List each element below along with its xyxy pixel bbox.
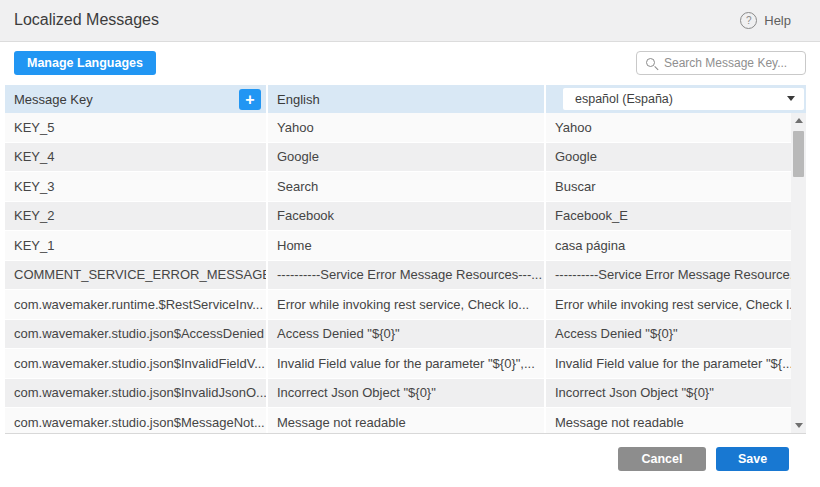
cell-translation[interactable]: Access Denied "${0}": [546, 320, 791, 349]
cell-translation[interactable]: Error while invoking rest service, Check…: [546, 290, 791, 319]
messages-table: Message Key + English español (España) K…: [5, 85, 806, 434]
cell-key[interactable]: COMMENT_SERVICE_ERROR_MESSAGES: [5, 261, 268, 290]
table-header: Message Key + English español (España): [5, 85, 806, 113]
cell-english[interactable]: Yahoo: [268, 113, 546, 142]
top-bar: Localized Messages ? Help: [0, 0, 820, 42]
page-title: Localized Messages: [14, 11, 159, 29]
add-language-button[interactable]: +: [239, 89, 261, 110]
cell-translation[interactable]: Incorrect Json Object "${0}": [546, 379, 791, 408]
cell-key[interactable]: com.wavemaker.studio.json$AccessDenied: [5, 320, 268, 349]
cell-translation[interactable]: ----------Service Error Message Resource…: [546, 261, 791, 290]
cell-key[interactable]: KEY_3: [5, 172, 268, 201]
cell-key[interactable]: KEY_2: [5, 202, 268, 231]
table-row: com.wavemaker.studio.json$AccessDenied A…: [5, 320, 791, 350]
cell-key[interactable]: KEY_5: [5, 113, 268, 142]
table-row: com.wavemaker.studio.json$InvalidJsonO..…: [5, 379, 791, 409]
message-key-header-label: Message Key: [14, 92, 93, 107]
cell-translation[interactable]: Invalid Field value for the parameter "$…: [546, 349, 791, 378]
cell-key[interactable]: com.wavemaker.studio.json$MessageNot...: [5, 408, 268, 433]
table-row: com.wavemaker.studio.json$MessageNot... …: [5, 408, 791, 433]
search-input[interactable]: [664, 56, 797, 70]
search-icon: [645, 57, 658, 70]
plus-icon: +: [245, 91, 254, 108]
cell-english[interactable]: Invalid Field value for the parameter "$…: [268, 349, 546, 378]
search-box: [636, 51, 806, 75]
language-select-value: español (España): [575, 92, 673, 106]
cell-translation[interactable]: Buscar: [546, 172, 791, 201]
table-row: KEY_4 Google Google: [5, 143, 791, 173]
cell-english[interactable]: Access Denied "${0}": [268, 320, 546, 349]
vertical-scrollbar[interactable]: [791, 113, 806, 433]
cell-english[interactable]: Message not readable: [268, 408, 546, 433]
column-header-language: español (España): [546, 85, 806, 113]
scrollbar-thumb[interactable]: [793, 131, 804, 177]
table-row: KEY_1 Home casa página: [5, 231, 791, 261]
help-icon: ?: [740, 12, 757, 29]
cell-english[interactable]: Home: [268, 231, 546, 260]
help-label: Help: [764, 13, 791, 28]
cell-key[interactable]: KEY_4: [5, 143, 268, 172]
cell-english[interactable]: Search: [268, 172, 546, 201]
save-button[interactable]: Save: [716, 447, 789, 471]
cell-english[interactable]: Facebook: [268, 202, 546, 231]
help-button[interactable]: ? Help: [740, 12, 791, 29]
cell-english[interactable]: Error while invoking rest service, Check…: [268, 290, 546, 319]
scroll-up-button[interactable]: [791, 113, 806, 128]
cell-key[interactable]: com.wavemaker.runtime.$RestServiceInv...: [5, 290, 268, 319]
caret-down-icon: [787, 96, 795, 101]
cell-translation[interactable]: Message not readable: [546, 408, 791, 433]
cell-key[interactable]: com.wavemaker.studio.json$InvalidJsonO..…: [5, 379, 268, 408]
english-header-label: English: [277, 92, 320, 107]
table-row: com.wavemaker.runtime.$RestServiceInv...…: [5, 290, 791, 320]
localized-messages-panel: Localized Messages ? Help Manage Languag…: [0, 0, 820, 487]
table-row: KEY_5 Yahoo Yahoo: [5, 113, 791, 143]
cell-translation[interactable]: Google: [546, 143, 791, 172]
cell-translation[interactable]: casa página: [546, 231, 791, 260]
cancel-button[interactable]: Cancel: [618, 447, 706, 471]
table-row: KEY_2 Facebook Facebook_E: [5, 202, 791, 232]
table-row: COMMENT_SERVICE_ERROR_MESSAGES ---------…: [5, 261, 791, 291]
cell-english[interactable]: Google: [268, 143, 546, 172]
language-select[interactable]: español (España): [563, 88, 804, 110]
column-header-message-key: Message Key +: [5, 85, 268, 113]
manage-languages-button[interactable]: Manage Languages: [14, 51, 156, 75]
table-row: com.wavemaker.studio.json$InvalidFieldV.…: [5, 349, 791, 379]
table-row: KEY_3 Search Buscar: [5, 172, 791, 202]
column-header-english: English: [268, 85, 546, 113]
cell-english[interactable]: ----------Service Error Message Resource…: [268, 261, 546, 290]
scroll-up-icon: [795, 118, 803, 123]
cell-translation[interactable]: Facebook_E: [546, 202, 791, 231]
cell-key[interactable]: KEY_1: [5, 231, 268, 260]
scroll-down-button[interactable]: [791, 418, 806, 433]
cell-key[interactable]: com.wavemaker.studio.json$InvalidFieldV.…: [5, 349, 268, 378]
scroll-down-icon: [795, 423, 803, 428]
table-body: KEY_5 Yahoo Yahoo KEY_4 Google Google KE…: [5, 113, 791, 433]
cell-translation[interactable]: Yahoo: [546, 113, 791, 142]
cell-english[interactable]: Incorrect Json Object "${0}": [268, 379, 546, 408]
